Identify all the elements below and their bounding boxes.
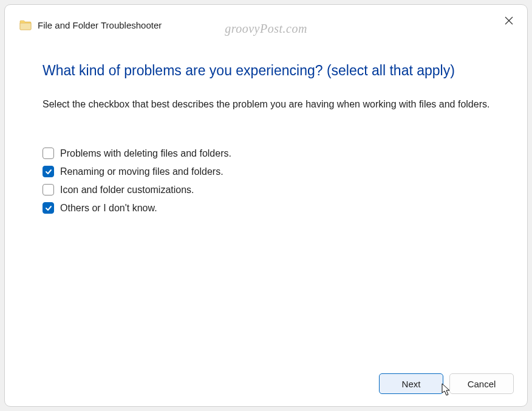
- dialog-footer: Next Cancel: [5, 364, 527, 406]
- cancel-button[interactable]: Cancel: [449, 373, 514, 394]
- dialog-content: What kind of problems are you experienci…: [5, 38, 527, 364]
- checkmark-icon: [45, 205, 52, 212]
- instructions-text: Select the checkbox that best describes …: [43, 97, 491, 111]
- close-button[interactable]: [503, 15, 515, 27]
- dialog-title: File and Folder Troubleshooter: [38, 20, 162, 30]
- option-deleting[interactable]: Problems with deleting files and folders…: [43, 148, 491, 159]
- troubleshooter-dialog: groovyPost.com File and Folder Troublesh…: [4, 4, 528, 407]
- option-others[interactable]: Others or I don't know.: [43, 202, 491, 214]
- checkbox-checked[interactable]: [43, 202, 54, 214]
- checkbox-checked[interactable]: [43, 166, 54, 177]
- watermark-text: groovyPost.com: [225, 22, 307, 36]
- option-customizations[interactable]: Icon and folder customizations.: [43, 184, 491, 195]
- option-label: Renaming or moving files and folders.: [60, 166, 223, 177]
- folder-icon: [19, 19, 32, 30]
- option-label: Problems with deleting files and folders…: [60, 148, 231, 159]
- checkmark-icon: [45, 168, 52, 175]
- option-label: Icon and folder customizations.: [60, 185, 194, 195]
- options-group: Problems with deleting files and folders…: [43, 148, 491, 214]
- question-heading: What kind of problems are you experienci…: [43, 62, 491, 80]
- option-renaming[interactable]: Renaming or moving files and folders.: [43, 166, 491, 177]
- close-icon: [505, 16, 513, 25]
- checkbox-unchecked[interactable]: [43, 148, 54, 159]
- option-label: Others or I don't know.: [60, 203, 157, 214]
- next-button[interactable]: Next: [379, 373, 443, 394]
- checkbox-unchecked[interactable]: [43, 184, 54, 195]
